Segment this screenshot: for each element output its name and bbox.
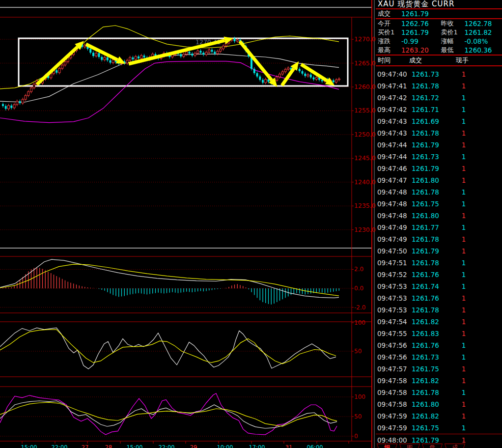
field-value: -0.99 [401, 37, 418, 46]
price-chart-canvas[interactable]: 1270.01265.01260.01255.01250.01245.01240… [0, 0, 376, 448]
trade-volume: 1 [449, 269, 478, 280]
sales-row[interactable]: 09:47:491261.781 [376, 233, 502, 245]
tab-图[interactable]: 图 [399, 444, 420, 448]
trade-time: 09:47:59 [376, 422, 412, 434]
time-sales-list[interactable]: 09:47:401261.73109:47:411261.78109:47:42… [376, 66, 502, 446]
sales-row[interactable]: 09:47:421261.711 [376, 104, 502, 115]
svg-text:06:00: 06:00 [307, 444, 323, 448]
trade-time: 09:47:53 [376, 292, 412, 304]
field-label: 卖价1 [439, 28, 465, 37]
field-label: 成交 [376, 9, 401, 18]
trade-volume: 1 [449, 198, 478, 210]
trade-volume: 1 [449, 422, 478, 434]
sales-row[interactable]: 09:47:431261.781 [376, 127, 502, 139]
svg-text:0.0: 0.0 [354, 285, 363, 292]
field-value: 1260.36 [465, 46, 492, 55]
sales-row[interactable]: 09:47:431261.691 [376, 115, 502, 127]
trade-time: 09:47:49 [376, 233, 412, 245]
trade-volume: 1 [449, 387, 478, 398]
field-value: 1261.79 [401, 9, 429, 18]
trade-price: 1261.74 [412, 280, 449, 292]
sales-row[interactable]: 09:47:571261.751 [376, 363, 502, 375]
sales-row[interactable]: 09:47:481261.751 [376, 198, 502, 210]
svg-text:100: 100 [354, 319, 365, 326]
svg-text:50: 50 [354, 413, 362, 420]
trade-time: 09:47:48 [376, 186, 412, 198]
trade-time: 09:47:52 [376, 269, 412, 280]
trade-time: 09:47:48 [376, 210, 412, 222]
trade-volume: 1 [449, 363, 478, 375]
sales-row[interactable]: 09:47:441261.791 [376, 139, 502, 151]
trade-volume: 1 [449, 68, 478, 80]
trade-volume: 1 [449, 104, 478, 115]
trade-volume: 1 [449, 80, 478, 92]
trade-price: 1261.78 [412, 257, 449, 269]
sales-row[interactable]: 09:47:441261.731 [376, 151, 502, 163]
svg-text:17:00: 17:00 [249, 444, 265, 448]
sales-row[interactable]: 09:47:541261.821 [376, 316, 502, 328]
trade-volume: 1 [449, 304, 478, 316]
sales-row[interactable]: 09:47:531261.781 [376, 304, 502, 316]
trade-volume: 1 [449, 233, 478, 245]
sales-row[interactable]: 09:47:561261.761 [376, 339, 502, 351]
sales-row[interactable]: 09:47:481261.801 [376, 210, 502, 222]
sales-row[interactable]: 09:47:581261.781 [376, 387, 502, 398]
trade-time: 09:47:54 [376, 316, 412, 328]
sales-row[interactable]: 09:47:501261.791 [376, 245, 502, 257]
svg-text:1240.0: 1240.0 [354, 178, 376, 186]
svg-text:1260.0: 1260.0 [354, 83, 376, 90]
tab-母[interactable]: 母 [422, 444, 443, 448]
sales-row[interactable]: 09:47:481261.781 [376, 186, 502, 198]
sales-row[interactable]: 09:47:491261.771 [376, 222, 502, 233]
svg-text:27: 27 [82, 444, 89, 448]
field-value: 1261.82 [465, 28, 492, 37]
col-time-label: 时间 [376, 56, 409, 65]
sales-row[interactable]: 09:47:461261.791 [376, 163, 502, 174]
sales-row[interactable]: 09:47:401261.731 [376, 68, 502, 80]
svg-text:0: 0 [354, 433, 358, 440]
sales-row[interactable]: 09:47:591261.751 [376, 422, 502, 434]
quote-fields: 成交1261.79今开1262.76昨收1262.78买价11261.79卖价1… [376, 9, 502, 56]
sales-row[interactable]: 09:47:581261.801 [376, 398, 502, 410]
sales-row[interactable]: 09:47:421261.721 [376, 92, 502, 104]
field-label: 今开 [376, 19, 401, 28]
tab-成[interactable]: 成 [445, 444, 465, 448]
sales-row[interactable]: 09:47:551261.831 [376, 328, 502, 339]
time-sales-header: 时间 成交 现手 [376, 56, 502, 66]
trade-time: 09:47:50 [376, 245, 412, 257]
svg-text:1230.0: 1230.0 [354, 226, 376, 233]
chart-area[interactable]: 1270.01265.01260.01255.01250.01245.01240… [0, 0, 376, 448]
trade-price: 1261.78 [412, 186, 449, 198]
trade-price: 1261.76 [412, 269, 449, 280]
tab-细[interactable]: 细 [377, 444, 397, 448]
trade-volume: 1 [449, 245, 478, 257]
trade-price: 1261.82 [412, 316, 449, 328]
sales-row[interactable]: 09:47:581261.821 [376, 375, 502, 387]
trade-price: 1261.71 [412, 104, 449, 115]
trade-volume: 1 [449, 210, 478, 222]
field-value: -0.08% [465, 37, 488, 46]
trade-volume: 1 [449, 139, 478, 151]
sales-row[interactable]: 09:47:561261.731 [376, 351, 502, 363]
field-value: 1262.76 [401, 19, 429, 28]
sales-row[interactable]: 09:47:411261.781 [376, 80, 502, 92]
trade-time: 09:47:59 [376, 410, 412, 422]
svg-text:15:00: 15:00 [21, 444, 37, 448]
sales-row[interactable]: 09:47:531261.741 [376, 280, 502, 292]
trade-time: 09:47:56 [376, 351, 412, 363]
trade-price: 1261.75 [412, 422, 449, 434]
field-value: 1262.78 [465, 19, 492, 28]
trade-time: 09:47:47 [376, 174, 412, 186]
trade-volume: 1 [449, 328, 478, 339]
sales-row[interactable]: 09:47:511261.781 [376, 257, 502, 269]
sales-row[interactable]: 09:47:521261.761 [376, 269, 502, 280]
sales-row[interactable]: 09:47:471261.801 [376, 174, 502, 186]
svg-text:100: 100 [354, 393, 365, 400]
trade-volume: 1 [449, 115, 478, 127]
sales-row[interactable]: 09:47:591261.821 [376, 410, 502, 422]
sales-row[interactable]: 09:47:531261.761 [376, 292, 502, 304]
field-value: 1263.20 [401, 46, 429, 55]
kdj-panel [0, 328, 336, 369]
instrument-title: XAU 现货黄金 CURR [376, 0, 502, 9]
quote-field-row: 涨跌-0.99涨幅-0.08% [376, 37, 502, 46]
